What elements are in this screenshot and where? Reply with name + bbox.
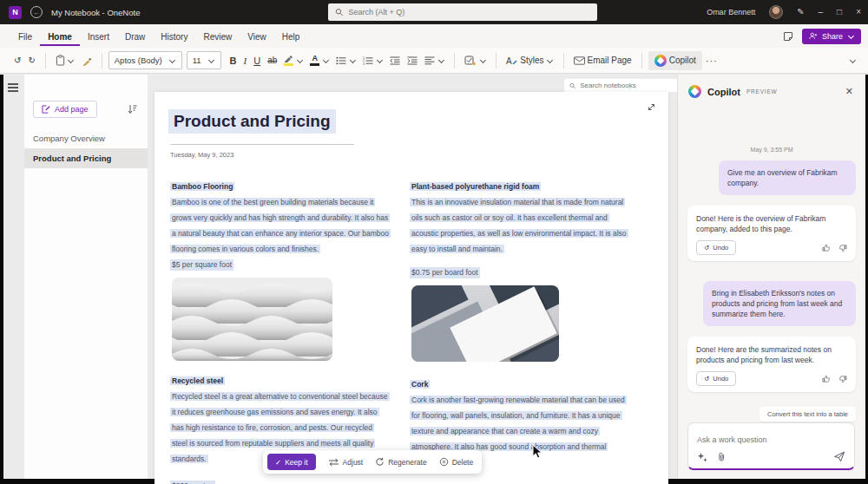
user-name: Omar Bennett — [707, 8, 755, 16]
menu-history[interactable]: History — [153, 27, 195, 46]
regenerate-label: Regenerate — [388, 458, 426, 467]
delete-label: Delete — [452, 458, 474, 467]
notebook-search[interactable] — [564, 79, 684, 92]
onenote-app-icon[interactable]: N — [9, 6, 22, 19]
user-avatar[interactable] — [769, 5, 783, 19]
section-bamboo-flooring[interactable]: Bamboo Flooring Bamboo is one of the bes… — [170, 177, 389, 271]
collapse-ribbon-icon[interactable] — [849, 57, 856, 64]
notebook-search-input[interactable] — [580, 82, 679, 89]
thumbs-up-icon[interactable] — [822, 375, 831, 383]
minimize-button[interactable]: – — [819, 8, 824, 16]
clipboard-icon — [56, 55, 65, 66]
share-person-icon — [809, 32, 818, 40]
tag-check-icon — [464, 56, 477, 66]
undo-button[interactable]: ↺ — [10, 53, 24, 68]
delete-button[interactable]: Delete — [439, 457, 474, 467]
share-button[interactable]: Share — [802, 29, 861, 44]
close-button[interactable]: × — [856, 8, 861, 16]
menu-review[interactable]: Review — [195, 27, 240, 46]
keep-it-button[interactable]: ✓ Keep it — [267, 454, 316, 470]
copilot-panel: Copilot PREVIEW ✕ May 9, 3:55 PM Give me… — [677, 75, 865, 479]
add-page-button[interactable]: Add page — [33, 101, 97, 118]
menu-draw[interactable]: Draw — [117, 27, 153, 46]
email-page-button[interactable]: Email Page — [570, 53, 635, 68]
redo-button[interactable]: ↻ — [24, 53, 38, 68]
sidebar-page-company-overview[interactable]: Company Overview — [24, 128, 148, 148]
attach-paperclip-icon[interactable] — [716, 452, 727, 462]
menu-file[interactable]: File — [10, 27, 40, 46]
menu-home[interactable]: Home — [40, 27, 80, 46]
user-message: Give me an overview of Fabrikam company. — [719, 160, 856, 195]
chevron-down-icon — [437, 57, 444, 64]
align-button[interactable] — [421, 54, 448, 68]
expand-page-icon[interactable] — [647, 102, 656, 112]
align-icon — [424, 56, 435, 65]
paste-button[interactable] — [52, 52, 78, 69]
styles-button[interactable]: A Styles — [503, 53, 556, 69]
chevron-down-icon — [322, 57, 329, 64]
svg-text:A: A — [506, 56, 512, 66]
chevron-down-icon — [349, 57, 356, 64]
numbered-list-button[interactable]: 1 2 3 — [359, 54, 386, 68]
bullet-list-icon — [336, 56, 346, 65]
undo-icon: ↺ — [704, 244, 709, 252]
bold-button[interactable]: B — [227, 53, 240, 69]
tags-button[interactable] — [461, 53, 490, 69]
copilot-ribbon-button[interactable]: Copilot — [648, 51, 702, 70]
page-title[interactable]: Product and Pricing — [168, 109, 336, 134]
regenerate-button[interactable]: Regenerate — [375, 457, 426, 467]
ribbon-overflow-button[interactable]: ··· — [702, 53, 721, 69]
italic-button[interactable]: I — [240, 53, 251, 69]
styles-label: Styles — [520, 56, 543, 65]
page-date: Tuesday, May 9, 2023 — [170, 151, 233, 159]
menu-view[interactable]: View — [240, 27, 274, 46]
undo-button[interactable]: ↺ Undo — [696, 371, 736, 386]
thumbs-down-icon[interactable] — [838, 244, 847, 252]
copilot-chat: May 9, 3:55 PM Give me an overview of Fa… — [678, 98, 865, 443]
undo-button[interactable]: ↺ Undo — [696, 240, 736, 255]
delete-circle-icon — [439, 457, 449, 467]
share-label: Share — [822, 32, 843, 41]
hamburger-menu-icon[interactable] — [8, 83, 18, 94]
maximize-button[interactable]: □ — [837, 8, 842, 16]
back-icon[interactable]: ← — [30, 6, 43, 18]
adjust-button[interactable]: Adjust — [328, 458, 364, 467]
copilot-input-box[interactable] — [687, 422, 855, 470]
feedback-note-icon[interactable] — [783, 31, 793, 42]
menu-insert[interactable]: Insert — [80, 27, 117, 46]
bamboo-texture-image[interactable] — [172, 278, 332, 361]
font-size-select[interactable]: 11 — [187, 51, 221, 69]
sort-pages-icon[interactable] — [128, 104, 137, 114]
font-color-button[interactable]: A — [306, 52, 332, 69]
underline-button[interactable]: U — [250, 53, 264, 69]
global-search[interactable] — [328, 3, 597, 21]
copilot-question-input[interactable] — [697, 435, 845, 444]
bullet-list-button[interactable] — [332, 54, 359, 68]
increase-indent-button[interactable] — [404, 54, 421, 68]
font-name-select[interactable]: Aptos (Body) — [108, 51, 182, 69]
thumbs-down-icon[interactable] — [838, 375, 847, 383]
font-size-value: 11 — [193, 56, 201, 65]
thumbs-up-icon[interactable] — [822, 244, 831, 252]
close-copilot-icon[interactable]: ✕ — [842, 86, 857, 97]
section-heading: Cork — [410, 380, 430, 389]
chevron-down-icon — [479, 57, 486, 64]
global-search-input[interactable] — [348, 8, 590, 16]
copilot-header: Copilot PREVIEW ✕ — [678, 75, 865, 98]
prompt-ideas-icon[interactable] — [697, 452, 707, 462]
send-icon[interactable] — [833, 451, 845, 462]
foam-boards-image[interactable] — [411, 285, 559, 362]
sidebar-page-product-and-pricing[interactable]: Product and Pricing — [24, 148, 148, 168]
menu-help[interactable]: Help — [274, 27, 308, 46]
note-page[interactable]: Product and Pricing Tuesday, May 9, 2023… — [155, 92, 668, 484]
suggestion-chip[interactable]: Convert this text into a table — [760, 407, 856, 422]
highlight-color-button[interactable] — [280, 52, 306, 69]
decrease-indent-button[interactable] — [386, 54, 404, 68]
pen-icon[interactable]: ✎ — [797, 8, 804, 16]
section-plant-foam[interactable]: Plant-based polyurethane rigid foam This… — [410, 177, 628, 278]
chevron-down-icon — [68, 57, 75, 64]
strikethrough-button[interactable]: ab — [264, 53, 280, 68]
font-color-icon: A — [310, 55, 319, 66]
right-column: Plant-based polyurethane rigid foam This… — [410, 177, 628, 484]
format-painter-button[interactable] — [78, 53, 95, 69]
